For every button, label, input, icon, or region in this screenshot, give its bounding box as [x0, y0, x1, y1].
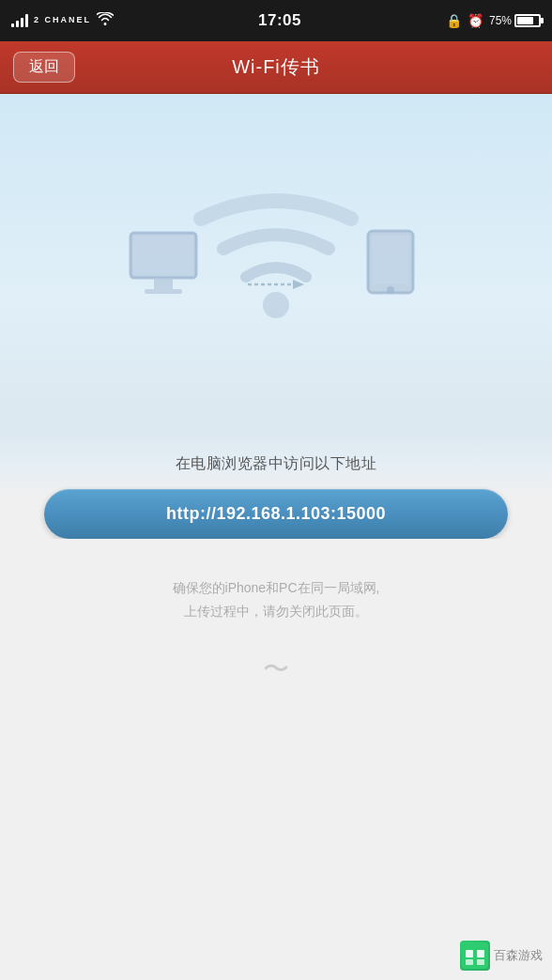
battery-fill	[517, 17, 533, 24]
arrow-svg	[248, 275, 304, 294]
illustration-area	[0, 94, 552, 432]
wifi-arcs	[182, 183, 370, 337]
page-container: 2 CHANEL 17:05 🔒 ⏰ 75%	[0, 0, 552, 980]
watermark-text: 百森游戏	[494, 947, 543, 964]
wifi-illustration	[126, 174, 426, 361]
svg-rect-12	[477, 950, 484, 957]
svg-rect-3	[154, 278, 173, 289]
watermark: 百森游戏	[460, 941, 543, 971]
info-section: 在电脑浏览器中访问以下地址 http://192.168.1.103:15000	[0, 432, 552, 539]
svg-point-9	[387, 286, 394, 294]
wifi-status-icon	[97, 12, 114, 29]
status-right: 🔒 ⏰ 75%	[446, 13, 541, 28]
wave-icon: 〜	[263, 651, 289, 687]
nav-bar: 返回 Wi-Fi传书	[0, 41, 552, 94]
signal-bars-icon	[11, 14, 28, 27]
svg-rect-4	[145, 289, 182, 294]
battery-percent: 75%	[489, 14, 512, 27]
carrier-label: 2 CHANEL	[34, 16, 91, 25]
svg-rect-2	[133, 236, 193, 275]
status-time: 17:05	[258, 11, 301, 30]
svg-rect-13	[466, 959, 473, 965]
alarm-icon: ⏰	[468, 13, 483, 28]
status-bar: 2 CHANEL 17:05 🔒 ⏰ 75%	[0, 0, 552, 41]
bottom-section: 确保您的iPhone和PC在同一局域网, 上传过程中，请勿关闭此页面。 〜	[0, 539, 552, 980]
watermark-logo-svg	[462, 942, 488, 969]
battery-container: 75%	[489, 14, 541, 27]
main-content: 在电脑浏览器中访问以下地址 http://192.168.1.103:15000…	[0, 94, 552, 980]
nav-title: Wi-Fi传书	[232, 54, 320, 80]
svg-rect-11	[466, 950, 473, 957]
svg-rect-14	[477, 959, 484, 965]
svg-rect-8	[372, 236, 409, 284]
note-text: 确保您的iPhone和PC在同一局域网, 上传过程中，请勿关闭此页面。	[173, 576, 380, 623]
monitor-svg	[126, 228, 210, 303]
back-button[interactable]: 返回	[13, 52, 75, 83]
lock-icon: 🔒	[446, 13, 462, 28]
url-button[interactable]: http://192.168.1.103:15000	[44, 489, 507, 539]
tablet-svg	[360, 228, 426, 303]
monitor-icon	[126, 228, 210, 307]
svg-marker-6	[293, 280, 304, 289]
wifi-arc-svg	[182, 183, 370, 333]
instruction-text: 在电脑浏览器中访问以下地址	[176, 454, 377, 474]
status-left: 2 CHANEL	[11, 12, 114, 29]
tablet-icon	[360, 228, 426, 307]
battery-icon	[514, 14, 541, 27]
watermark-logo	[460, 941, 490, 971]
transfer-arrow	[248, 275, 304, 298]
note-line-1: 确保您的iPhone和PC在同一局域网,	[173, 576, 380, 600]
note-line-2: 上传过程中，请勿关闭此页面。	[173, 600, 380, 623]
